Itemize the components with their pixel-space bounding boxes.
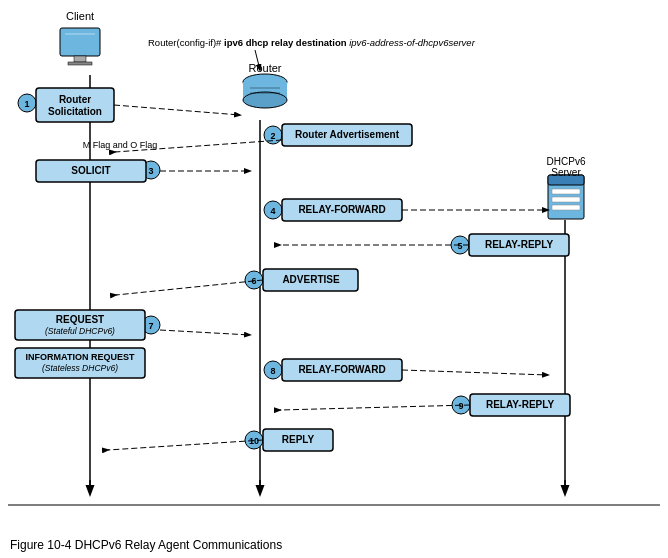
svg-rect-16 xyxy=(552,197,580,202)
figure-caption: Figure 10-4 DHCPv6 Relay Agent Communica… xyxy=(10,538,282,552)
router-advertisement-label: Router Advertisement xyxy=(295,129,400,140)
step5-circle: 5 xyxy=(457,241,462,251)
relay-reply1-label: RELAY-REPLY xyxy=(485,239,554,250)
info-request-sub-label: (Stateless DHCPv6) xyxy=(42,363,118,373)
svg-line-20 xyxy=(114,105,240,115)
request-sub-label: (Stateful DHCPv6) xyxy=(45,326,115,336)
dhcpv6-label-2: Server xyxy=(551,167,581,178)
svg-rect-17 xyxy=(552,205,580,210)
step7-circle: 7 xyxy=(148,321,153,331)
svg-line-39 xyxy=(160,330,250,335)
svg-rect-5 xyxy=(68,62,92,65)
info-request-label: INFORMATION REQUEST xyxy=(26,352,135,362)
figure-label: Figure 10-4 xyxy=(10,538,71,552)
mflag-label: M Flag and O Flag xyxy=(83,140,158,150)
figure-text: DHCPv6 Relay Agent Communications xyxy=(71,538,282,552)
step8-circle: 8 xyxy=(270,366,275,376)
router-solicitation-label: Router xyxy=(59,94,91,105)
svg-point-9 xyxy=(243,92,287,108)
request-label: REQUEST xyxy=(56,314,104,325)
router-label: Router xyxy=(248,62,281,74)
svg-line-35 xyxy=(116,280,263,295)
svg-rect-15 xyxy=(552,189,580,194)
svg-line-42 xyxy=(402,370,548,375)
relay-forward1-label: RELAY-FORWARD xyxy=(298,204,385,215)
svg-line-45 xyxy=(280,405,470,410)
command-text: Router(config-if)# ipv6 dhcp relay desti… xyxy=(148,37,476,48)
reply-label: REPLY xyxy=(282,434,315,445)
step4-circle: 4 xyxy=(270,206,275,216)
dhcpv6-label-1: DHCPv6 xyxy=(547,156,586,167)
svg-rect-4 xyxy=(74,56,86,62)
svg-rect-3 xyxy=(60,28,100,56)
diagram: Client Router Router(config-if)# ipv6 dh… xyxy=(0,0,668,520)
svg-line-48 xyxy=(108,440,263,450)
advertise-label: ADVERTISE xyxy=(282,274,340,285)
relay-forward2-label: RELAY-FORWARD xyxy=(298,364,385,375)
step1-circle: 1 xyxy=(24,99,29,109)
step2-circle: 2 xyxy=(270,131,275,141)
solicit-label: SOLICIT xyxy=(71,165,110,176)
router-solicitation-label2: Solicitation xyxy=(48,106,102,117)
step9-circle: 9 xyxy=(458,401,463,411)
step3-circle: 3 xyxy=(148,166,153,176)
relay-reply2-label: RELAY-REPLY xyxy=(486,399,555,410)
client-label: Client xyxy=(66,10,94,22)
